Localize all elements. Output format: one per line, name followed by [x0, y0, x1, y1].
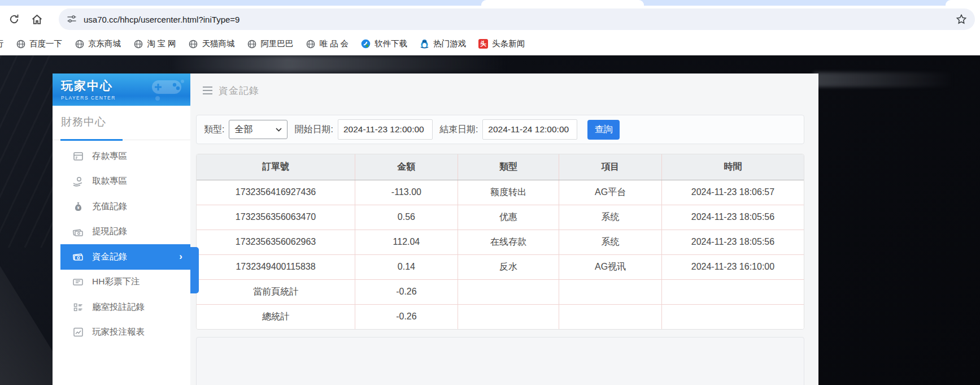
- ticket-icon: [72, 276, 84, 288]
- deposit-icon: [72, 150, 84, 162]
- cell-type: 在线存款: [458, 230, 559, 254]
- background-decoration: [813, 72, 955, 87]
- funds-table-wrapper: 訂單號 金額 類型 項目 時間 1732356416927436 -113.00: [196, 154, 804, 330]
- start-date-input[interactable]: [338, 119, 433, 140]
- cell-time: [661, 279, 804, 304]
- cell-time: 2024-11-23 16:10:00: [661, 254, 804, 279]
- bookmark-item[interactable]: 软件下载: [361, 38, 407, 49]
- end-date-label: 結束日期:: [439, 124, 478, 136]
- finance-center-label: 財務中心: [61, 115, 190, 129]
- address-bar[interactable]: usa70.cc/hhcp/usercenter.html?iniType=9: [59, 8, 975, 30]
- column-header-time: 時間: [661, 154, 804, 180]
- cell-item: AG视讯: [559, 254, 662, 279]
- globe-favicon: [133, 39, 143, 49]
- page-background: 玩家中心 PLAYERS CENTER 財務中心: [0, 55, 980, 385]
- home-button[interactable]: [27, 10, 46, 29]
- globe-favicon: [75, 39, 84, 49]
- main-content: 資金記錄 類型: 全部 開始日期: 結束日期: 查詢: [190, 73, 818, 385]
- page-title: 資金記錄: [219, 84, 259, 97]
- sidebar-item-hall-bet-record[interactable]: 廳室投註記錄: [53, 295, 190, 320]
- bookmark-item[interactable]: 唯 品 会: [306, 38, 349, 49]
- bookmark-item[interactable]: 热门游戏: [420, 38, 466, 49]
- end-date-input[interactable]: [482, 119, 577, 140]
- filter-panel: 類型: 全部 開始日期: 結束日期: 查詢: [196, 115, 804, 144]
- bookmarks-bar: 行 百度一下 京东商城 淘 宝 网 天猫商城: [0, 33, 980, 55]
- cell-amount: -0.26: [355, 304, 458, 329]
- reload-button[interactable]: [5, 10, 24, 29]
- cell-time: 2024-11-23 18:05:56: [661, 230, 804, 254]
- cell-amount: -0.26: [355, 279, 458, 304]
- background-decoration: [169, 55, 508, 72]
- column-header-item: 項目: [559, 154, 662, 180]
- sidebar-header: 玩家中心 PLAYERS CENTER: [53, 73, 190, 106]
- background-decoration: [0, 55, 54, 248]
- browser-tab-strip: [0, 0, 980, 6]
- globe-favicon: [189, 39, 198, 49]
- cell-time: 2024-11-23 18:05:56: [661, 205, 804, 230]
- bookmark-item[interactable]: 百度一下: [16, 38, 62, 49]
- menu-toggle-icon[interactable]: [203, 86, 212, 95]
- reload-icon: [8, 14, 20, 25]
- type-select-value: 全部: [234, 124, 252, 136]
- gamepad-icon: [150, 77, 187, 102]
- cell-order: 當前頁統計: [197, 279, 355, 304]
- table-row: 1732356356063470 0.56 优惠 系统 2024-11-23 1…: [197, 205, 804, 230]
- cell-amount: 112.04: [355, 230, 458, 254]
- floating-service-widget[interactable]: [190, 247, 199, 293]
- table-summary-row-total: 總統計 -0.26: [197, 304, 804, 329]
- cell-order: 總統計: [197, 304, 355, 329]
- sidebar-item-deposit[interactable]: 存款專區: [53, 144, 190, 169]
- bookmark-item[interactable]: 京东商城: [75, 38, 121, 49]
- toutiao-favicon: 头: [478, 39, 488, 49]
- start-date-label: 開始日期:: [294, 124, 333, 136]
- table-summary-row-page: 當前頁統計 -0.26: [197, 279, 804, 304]
- active-section-underline: [60, 139, 123, 141]
- sidebar: 玩家中心 PLAYERS CENTER 財務中心: [53, 73, 190, 385]
- cell-type: 额度转出: [458, 180, 559, 205]
- cell-time: 2024-11-23 18:06:57: [661, 180, 804, 205]
- sidebar-item-cashout-record[interactable]: 提現記錄: [53, 219, 190, 245]
- cell-type: [458, 304, 559, 329]
- sidebar-item-withdraw[interactable]: 取款專區: [53, 169, 190, 194]
- user-center-card: 玩家中心 PLAYERS CENTER 財務中心: [53, 73, 818, 385]
- search-button[interactable]: 查詢: [587, 120, 620, 140]
- site-settings-icon[interactable]: [67, 14, 77, 24]
- banknotes-icon: [72, 226, 84, 237]
- chevron-down-icon: [276, 128, 282, 132]
- sidebar-item-player-bet-report[interactable]: 玩家投注報表: [53, 320, 190, 345]
- url-text[interactable]: usa70.cc/hhcp/usercenter.html?iniType=9: [84, 15, 956, 24]
- breadcrumb: 資金記錄: [196, 81, 804, 100]
- bookmark-item[interactable]: 淘 宝 网: [133, 38, 176, 49]
- bookmark-item[interactable]: 行: [0, 38, 3, 49]
- browser-toolbar: usa70.cc/hhcp/usercenter.html?iniType=9: [0, 6, 980, 33]
- cell-item: 系统: [559, 230, 662, 254]
- active-tab[interactable]: [481, 0, 644, 6]
- funds-record-icon: [72, 251, 84, 262]
- column-header-amount: 金額: [355, 154, 458, 180]
- chart-icon: [72, 327, 84, 338]
- sidebar-item-recharge-record[interactable]: ¥ 充值記錄: [53, 194, 190, 219]
- cell-item: [559, 304, 662, 329]
- withdraw-icon: [72, 176, 84, 187]
- column-header-order: 訂單號: [197, 154, 355, 180]
- cell-item: [559, 279, 662, 304]
- cell-amount: 0.14: [355, 254, 458, 279]
- cell-order: 1732356416927436: [197, 180, 355, 205]
- cell-item: 系统: [559, 205, 662, 230]
- sidebar-section-header: 財務中心: [53, 106, 190, 140]
- pagination-panel: [196, 337, 804, 385]
- sidebar-item-funds-record[interactable]: 資金記錄 ›: [60, 244, 190, 270]
- bookmark-star-icon[interactable]: [956, 14, 967, 25]
- cell-order: 1732349400115838: [197, 254, 355, 279]
- bookmark-item[interactable]: 阿里巴巴: [247, 38, 294, 49]
- globe-favicon: [247, 39, 257, 49]
- bookmark-item[interactable]: 头 头条新闻: [478, 38, 525, 49]
- bookmark-item[interactable]: 天猫商城: [189, 38, 235, 49]
- sidebar-item-lottery-bets[interactable]: HH彩票下注: [53, 270, 190, 295]
- browser-window: usa70.cc/hhcp/usercenter.html?iniType=9 …: [0, 0, 980, 385]
- penguin-favicon: [420, 39, 429, 49]
- type-select[interactable]: 全部: [229, 120, 288, 139]
- list-icon: [72, 301, 84, 313]
- cell-item: AG平台: [559, 180, 662, 205]
- money-bag-icon: ¥: [72, 201, 84, 212]
